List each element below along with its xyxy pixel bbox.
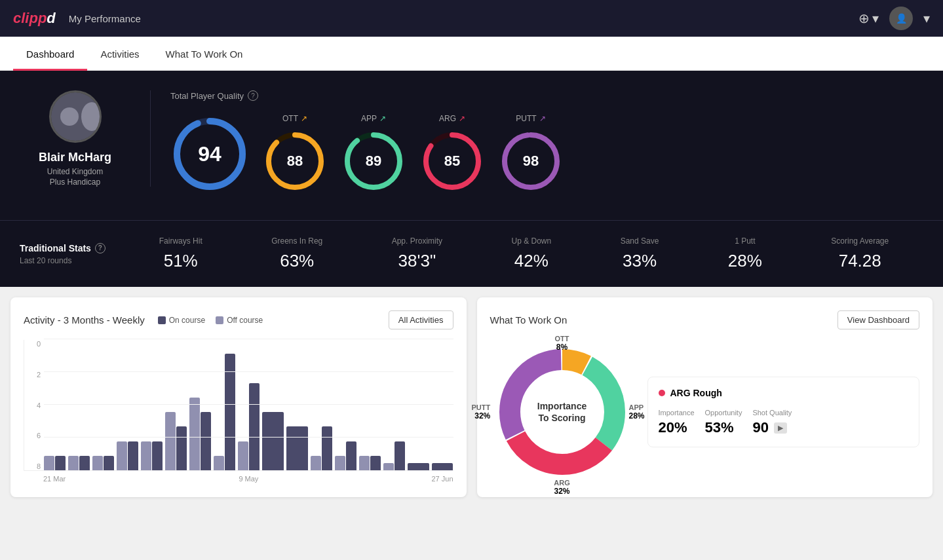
arg-shot-quality-label: Shot Quality: [752, 409, 792, 417]
bar-off-course: [165, 412, 176, 470]
arg-shot-quality-value: 90: [752, 419, 768, 436]
stat-greens-label: Greens In Reg: [271, 236, 322, 246]
stat-sandsave: Sand Save 33%: [621, 236, 659, 271]
stat-proximity: App. Proximity 38'3": [392, 236, 442, 271]
arg-label: ARG ↗: [439, 114, 465, 123]
bar-on-course: [249, 383, 260, 470]
x-label-jun: 27 Jun: [431, 475, 453, 483]
legend-off-course-label: Off course: [227, 316, 263, 325]
arg-importance-value: 20%: [659, 419, 695, 436]
bar-on-course: [104, 456, 114, 470]
legend-off-course-dot: [216, 316, 223, 324]
stats-title-section: Traditional Stats ? Last 20 rounds: [20, 243, 125, 265]
quality-scores: 94 OTT ↗: [170, 114, 923, 194]
quality-info-icon[interactable]: ?: [248, 90, 258, 101]
arg-importance-stat: Importance 20%: [659, 409, 695, 436]
score-total-value: 94: [198, 142, 221, 166]
stat-fairways: Fairways Hit 51%: [159, 236, 202, 271]
bar-off-course: [214, 456, 224, 470]
app-header: clippd My Performance ⊕ ▾ 👤 ▾: [0, 0, 943, 37]
donut-label-app: APP 28%: [628, 403, 644, 420]
legend-on-course-label: On course: [169, 316, 205, 325]
bar-group: [214, 354, 235, 470]
y-axis: 8 6 4 2 0: [24, 340, 41, 470]
header-title: My Performance: [69, 13, 141, 24]
donut-chart-section: Importance To Scoring OTT 8% APP 28%: [490, 340, 634, 484]
app-label: APP ↗: [361, 114, 386, 123]
all-activities-button[interactable]: All Activities: [389, 310, 453, 329]
bar-on-course: [55, 456, 66, 470]
legend-on-course-dot: [158, 316, 166, 324]
arg-opportunity-label: Opportunity: [705, 409, 742, 417]
player-handicap: Plus Handicap: [50, 177, 100, 187]
stat-updown-value: 42%: [512, 251, 552, 271]
score-putt-value: 98: [523, 153, 539, 170]
bar-on-course: [128, 441, 138, 470]
putt-arrow-icon: ↗: [539, 114, 546, 123]
bar-group: [311, 426, 332, 470]
stat-updown: Up & Down 42%: [512, 236, 552, 271]
donut-wrap: Importance To Scoring OTT 8% APP 28%: [490, 340, 634, 484]
stats-info-icon[interactable]: ?: [95, 243, 106, 253]
bar-group: [68, 456, 90, 470]
putt-label: PUTT ↗: [516, 114, 545, 123]
bar-on-course: [286, 426, 308, 470]
arg-dot: [659, 390, 665, 396]
bar-off-course: [92, 456, 103, 470]
ott-arrow-icon: ↗: [301, 114, 307, 123]
bar-group: [262, 412, 284, 470]
bar-group: [165, 412, 187, 470]
player-name: Blair McHarg: [39, 151, 111, 164]
stat-scoring-label: Scoring Average: [831, 236, 889, 246]
what-card-header: What To Work On View Dashboard: [490, 310, 920, 329]
add-button[interactable]: ⊕ ▾: [858, 10, 879, 26]
bar-on-course: [79, 456, 90, 470]
bar-on-course: [152, 441, 163, 470]
avatar-chevron[interactable]: ▾: [923, 10, 930, 26]
arg-detail-stats: Importance 20% Opportunity 53% Shot Qual…: [659, 409, 909, 436]
bar-on-course: [432, 463, 453, 470]
hero-section: Blair McHarg United Kingdom Plus Handica…: [0, 71, 943, 220]
bar-off-course: [44, 456, 54, 470]
view-dashboard-button[interactable]: View Dashboard: [837, 310, 919, 329]
stat-sandsave-label: Sand Save: [621, 236, 659, 246]
app-logo: clippd: [13, 10, 56, 27]
stat-oneputt-label: 1 Putt: [728, 236, 762, 246]
bar-on-course: [408, 463, 429, 470]
stat-sandsave-value: 33%: [621, 251, 659, 271]
x-label-may: 9 May: [239, 475, 258, 483]
arg-detail-title-text: ARG Rough: [670, 388, 722, 398]
header-actions: ⊕ ▾ 👤 ▾: [858, 7, 930, 30]
stat-oneputt-value: 28%: [728, 251, 762, 271]
bar-off-course: [117, 441, 127, 470]
tab-what-to-work-on[interactable]: What To Work On: [153, 37, 256, 71]
arg-shot-quality-stat: Shot Quality 90 ▶: [752, 409, 792, 436]
bar-off-course: [311, 456, 321, 470]
bar-group: [335, 441, 356, 470]
donut-label-ott: OTT 8%: [555, 335, 569, 352]
player-avatar: [49, 90, 102, 143]
bar-off-course: [359, 456, 370, 470]
tab-dashboard[interactable]: Dashboard: [13, 37, 87, 71]
x-axis-labels: 21 Mar 9 May 27 Jun: [24, 475, 453, 483]
tab-activities[interactable]: Activities: [87, 37, 152, 71]
donut-svg: [490, 340, 634, 484]
bar-on-course: [225, 354, 235, 470]
arg-opportunity-value: 53%: [705, 419, 742, 436]
score-app-value: 89: [366, 153, 381, 170]
nav-tabs: Dashboard Activities What To Work On: [0, 37, 943, 71]
grid-line-8: [44, 339, 453, 339]
shot-quality-badge: ▶: [774, 422, 787, 434]
quality-title: Total Player Quality ?: [170, 90, 923, 101]
arg-opportunity-stat: Opportunity 53%: [705, 409, 742, 436]
bar-on-course: [176, 426, 187, 470]
score-total: 94: [170, 115, 249, 193]
bar-on-course: [395, 441, 405, 470]
user-avatar-button[interactable]: 👤: [889, 7, 913, 30]
activity-card-header: Activity - 3 Months - Weekly On course O…: [24, 310, 453, 329]
bar-group: [432, 463, 453, 470]
bar-group: [359, 456, 381, 470]
bar-off-course: [238, 441, 248, 470]
arg-arrow-icon: ↗: [459, 114, 465, 123]
bar-group: [44, 456, 66, 470]
